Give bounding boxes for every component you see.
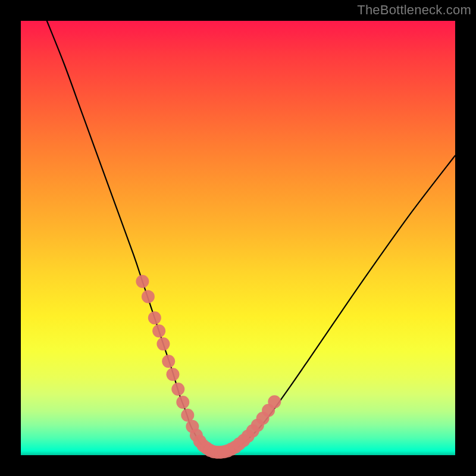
marker-point [156, 337, 170, 350]
marker-point [171, 383, 184, 396]
marker-point [176, 396, 189, 409]
marker-point [167, 368, 180, 381]
marker-point [142, 290, 155, 303]
marker-point [136, 275, 149, 288]
marker-point [268, 395, 281, 408]
marker-point [152, 324, 165, 337]
chart-frame: TheBottleneck.com [0, 0, 476, 476]
bottleneck-curve [47, 21, 455, 453]
marker-point [181, 409, 194, 422]
marker-group [136, 275, 281, 459]
watermark-text: TheBottleneck.com [357, 2, 471, 18]
marker-point [148, 311, 161, 324]
marker-point [162, 355, 175, 368]
chart-overlay [21, 21, 455, 455]
